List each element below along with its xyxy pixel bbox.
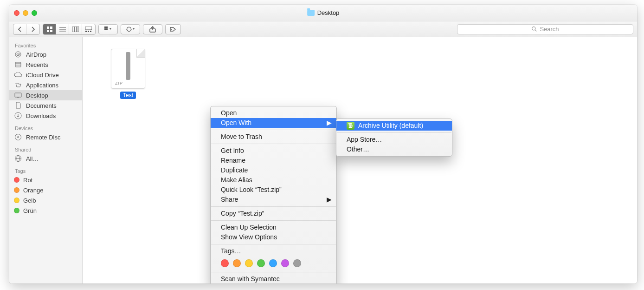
svg-rect-13 [90,31,91,32]
tags-button[interactable] [165,24,181,34]
tag-color-red[interactable] [221,259,229,267]
recents-icon [14,60,22,69]
submenu-arrow-icon: ▶ [327,118,332,128]
menu-separator [211,244,336,244]
open-with-submenu: 🗜 Archive Utility (default) App Store… O… [336,119,452,157]
svg-rect-37 [15,93,21,97]
menu-clean-up[interactable]: Clean Up Selection [211,223,336,232]
svg-rect-9 [77,26,79,32]
minimize-window-button[interactable] [23,10,28,16]
share-button[interactable] [143,24,162,34]
back-button[interactable] [13,24,26,34]
svg-line-23 [127,27,128,27]
sidebar-item-icloud[interactable]: iCloud Drive [9,70,82,80]
forward-button[interactable] [26,24,39,34]
menu-view-options[interactable]: Show View Options [211,232,336,242]
svg-point-33 [18,54,19,55]
sidebar-heading-favorites: Favorites [9,41,82,49]
sidebar-item-documents[interactable]: Documents [9,100,82,111]
menu-move-to-trash[interactable]: Move to Trash [211,132,336,142]
menu-separator [211,130,336,130]
sidebar-item-airdrop[interactable]: AirDrop [9,49,82,59]
view-switcher [43,24,96,35]
menu-separator [211,144,336,144]
context-menu: Open Open With▶ Move to Trash Get Info R… [210,106,337,283]
tag-color-row [211,256,336,270]
menu-open[interactable]: Open [211,108,336,118]
search-placeholder: Search [540,26,559,33]
tag-color-gray[interactable] [293,259,301,267]
menu-share[interactable]: Share▶ [211,195,336,204]
zoom-window-button[interactable] [32,10,37,16]
sidebar-item-downloads[interactable]: Downloads [9,111,82,121]
sidebar-tag-orange[interactable]: Orange [9,185,82,195]
sidebar-tag-gruen[interactable]: Grün [9,205,82,216]
sidebar: Favorites AirDrop Recents iCloud Drive A… [9,37,83,283]
group-by-button[interactable] [98,24,118,34]
menu-get-info[interactable]: Get Info [211,146,336,156]
submenu-archive-utility[interactable]: 🗜 Archive Utility (default) [336,121,452,131]
menu-rename[interactable]: Rename [211,156,336,165]
toolbar: Search [9,21,637,37]
tag-color-green[interactable] [257,259,265,267]
view-icon-grid[interactable] [43,24,56,34]
menu-quick-look[interactable]: Quick Look “Test.zip” [211,185,336,195]
view-gallery[interactable] [82,24,95,34]
sidebar-tag-gelb[interactable]: Gelb [9,195,82,205]
desktop-icon [14,91,22,99]
svg-line-26 [130,27,131,27]
menu-open-with[interactable]: Open With▶ [211,118,336,128]
sidebar-heading-tags: Tags [9,166,82,175]
menu-scan-symantec[interactable]: Scan with Symantec [211,274,336,283]
svg-line-24 [130,31,131,31]
svg-line-25 [127,31,128,31]
actions-button[interactable] [121,24,140,34]
search-field[interactable]: Search [457,24,633,34]
svg-rect-7 [72,26,74,32]
tag-color-blue[interactable] [269,259,277,267]
finder-window: Desktop Search Favorites AirDrop Recents [9,5,637,283]
sidebar-heading-shared: Shared [9,145,82,153]
view-list[interactable] [56,24,69,34]
sidebar-item-desktop[interactable]: Desktop [9,90,82,100]
applications-icon [14,81,22,89]
sidebar-item-applications[interactable]: Applications [9,80,82,90]
svg-line-30 [535,30,537,31]
sidebar-heading-devices: Devices [9,124,82,132]
tag-dot-icon [14,187,19,193]
archive-utility-icon: 🗜 [347,122,354,130]
menu-copy[interactable]: Copy “Test.zip” [211,209,336,218]
sidebar-item-recents[interactable]: Recents [9,59,82,70]
tag-color-orange[interactable] [233,259,241,267]
zip-file-icon: ZIP [111,49,145,89]
sidebar-item-remote-disc[interactable]: Remote Disc [9,132,82,142]
tag-color-yellow[interactable] [245,259,253,267]
close-window-button[interactable] [14,10,19,16]
search-icon [531,26,537,32]
svg-rect-3 [50,30,52,32]
svg-point-28 [171,29,172,30]
menu-tags[interactable]: Tags… [211,246,336,256]
svg-rect-34 [15,62,21,67]
cloud-icon [14,71,22,79]
menu-make-alias[interactable]: Make Alias [211,175,336,185]
submenu-app-store[interactable]: App Store… [336,135,452,145]
svg-rect-8 [75,26,77,32]
svg-rect-2 [47,30,49,32]
submenu-other[interactable]: Other… [336,145,452,154]
menu-separator [211,272,336,272]
view-columns[interactable] [69,24,82,34]
sidebar-tag-rot[interactable]: Rot [9,175,82,185]
menu-duplicate[interactable]: Duplicate [211,165,336,175]
svg-rect-12 [88,31,89,32]
tag-color-purple[interactable] [281,259,289,267]
sidebar-item-all-shared[interactable]: All… [9,153,82,164]
file-name-label: Test [120,92,136,99]
content-area[interactable]: ZIP Test Open Open With▶ Move to Trash G… [83,37,637,283]
file-item[interactable]: ZIP Test [108,49,148,99]
tag-dot-icon [14,198,19,203]
svg-point-29 [532,27,535,30]
airdrop-icon [14,50,22,59]
menu-separator [337,132,451,133]
svg-point-40 [15,134,21,140]
